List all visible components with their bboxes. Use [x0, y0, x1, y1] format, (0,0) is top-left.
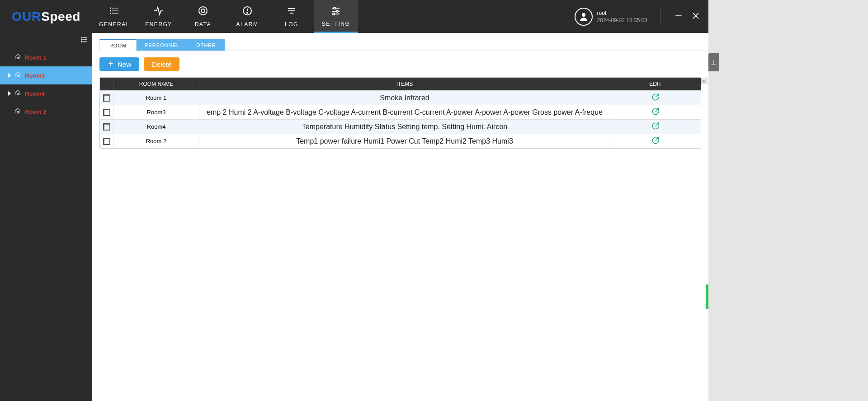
th-edit: EDIT: [610, 78, 701, 90]
home-icon: [14, 53, 21, 62]
user-info: root 2024-09-02 15:35:08: [597, 10, 647, 23]
topbar: OURSpeed GENERAL ENERGY DATA: [0, 0, 708, 33]
th-room-name: ROOM NAME: [113, 78, 199, 90]
right-handle[interactable]: [706, 284, 708, 309]
svg-point-29: [81, 42, 82, 42]
nav-tabs: GENERAL ENERGY DATA ALARM: [92, 0, 358, 33]
spacer: [358, 0, 575, 33]
chevron-right-icon: [8, 73, 11, 78]
new-button[interactable]: New: [99, 57, 139, 71]
brand-part2: Speed: [41, 9, 80, 24]
room-name: Room 1: [25, 54, 47, 61]
plus-icon: [108, 61, 114, 68]
delete-button[interactable]: Delete: [144, 57, 179, 71]
rooms-table: ROOM NAME ITEMS EDIT Room 1 Smoke Infrar…: [99, 77, 701, 149]
main-content: ROOM PERSONNEL OTHER New Delete ROOM NAM…: [92, 33, 708, 401]
app-window: OURSpeed GENERAL ENERGY DATA: [0, 0, 708, 401]
nav-data[interactable]: DATA: [181, 0, 225, 33]
tab-other[interactable]: OTHER: [188, 39, 225, 51]
tab-personnel[interactable]: PERSONNEL: [136, 39, 188, 51]
side-tool-icon[interactable]: ⊥: [708, 53, 719, 71]
room-name: Room3: [25, 72, 45, 79]
nav-log[interactable]: LOG: [269, 0, 314, 33]
brand-part1: OUR: [12, 9, 41, 24]
cell-room-name: Room4: [113, 120, 199, 134]
edit-icon[interactable]: [651, 136, 660, 146]
delete-label: Delete: [152, 61, 171, 68]
nav-alarm[interactable]: ALARM: [225, 0, 269, 33]
svg-point-7: [201, 9, 205, 13]
activity-icon: [153, 5, 164, 18]
svg-point-20: [582, 13, 585, 17]
row-checkbox[interactable]: [103, 138, 110, 145]
avatar: [575, 8, 593, 26]
cell-items: emp 2 Humi 2 A-voltage B-voltage C-volta…: [199, 105, 610, 119]
row-checkbox[interactable]: [103, 94, 110, 102]
sliders-icon: [330, 5, 341, 17]
table-row: Room 1 Smoke Infrared: [100, 90, 701, 105]
close-icon[interactable]: [691, 11, 700, 22]
edit-icon[interactable]: [651, 122, 660, 131]
nav-energy[interactable]: ENERGY: [137, 0, 181, 33]
tab-label: ROOM: [109, 43, 127, 48]
svg-point-27: [81, 37, 82, 38]
room-list: Room 1 Room3 Room4 Room 2: [0, 48, 92, 121]
sidebar-item-room1[interactable]: Room 1: [0, 48, 92, 66]
row-checkbox[interactable]: [103, 123, 110, 131]
table-row: Room4 Temperature Humidity Status Settin…: [100, 119, 701, 134]
cell-items: Temperature Humidity Status Setting temp…: [199, 120, 610, 134]
separator: [660, 8, 660, 25]
home-icon: [14, 89, 21, 98]
action-bar: New Delete: [92, 51, 708, 77]
user-box[interactable]: root 2024-09-02 15:35:08: [575, 0, 655, 33]
cell-items: Temp1 power failure Humi1 Power Cut Temp…: [199, 134, 610, 148]
sidebar-item-room2[interactable]: Room 2: [0, 103, 92, 121]
table-row: Room3 emp 2 Humi 2 A-voltage B-voltage C…: [100, 105, 701, 119]
tab-label: OTHER: [196, 42, 216, 48]
tab-room[interactable]: ROOM: [99, 39, 137, 51]
edit-icon[interactable]: [651, 107, 660, 117]
edit-icon[interactable]: [651, 93, 660, 103]
cell-room-name: Room 1: [113, 91, 199, 105]
cell-room-name: Room 2: [113, 134, 199, 148]
nav-label: GENERAL: [99, 21, 130, 28]
sidebar: Room 1 Room3 Room4 Room 2: [0, 33, 92, 401]
nav-setting[interactable]: SETTING: [314, 0, 358, 33]
nav-label: ENERGY: [145, 21, 172, 28]
sidebar-toggle-icon[interactable]: [80, 36, 89, 46]
row-checkbox[interactable]: [103, 109, 110, 116]
table-wrap: ROOM NAME ITEMS EDIT Room 1 Smoke Infrar…: [92, 77, 708, 401]
user-time: 2024-09-02 15:35:08: [597, 17, 647, 23]
sidebar-item-room3[interactable]: Room3: [0, 66, 92, 84]
cell-room-name: Room3: [113, 105, 199, 119]
svg-point-3: [110, 8, 111, 9]
th-items: ITEMS: [199, 78, 610, 90]
chevron-right-icon: [8, 91, 11, 96]
table-header: ROOM NAME ITEMS EDIT: [100, 78, 701, 90]
lines-icon: [286, 5, 297, 18]
tabs: ROOM PERSONNEL OTHER: [92, 33, 708, 51]
room-name: Room4: [25, 90, 45, 97]
svg-point-19: [333, 13, 335, 15]
sidebar-item-room4[interactable]: Room4: [0, 84, 92, 103]
room-name: Room 2: [25, 108, 47, 115]
nav-label: DATA: [195, 21, 211, 28]
user-name: root: [597, 10, 647, 16]
svg-point-6: [199, 7, 207, 15]
home-icon: [14, 71, 21, 80]
nav-label: ALARM: [236, 21, 259, 28]
svg-point-28: [81, 39, 82, 40]
new-label: New: [118, 61, 131, 68]
brand-logo: OURSpeed: [0, 0, 92, 33]
nav-general[interactable]: GENERAL: [92, 0, 137, 33]
th-checkbox: [100, 78, 113, 90]
nav-label: SETTING: [322, 21, 350, 27]
table-row: Room 2 Temp1 power failure Humi1 Power C…: [100, 134, 701, 148]
scroll-up-icon[interactable]: [701, 78, 707, 84]
alert-icon: [242, 5, 253, 18]
body: Room 1 Room3 Room4 Room 2: [0, 33, 708, 401]
list-icon: [109, 5, 120, 18]
minimize-icon[interactable]: [674, 11, 683, 22]
window-controls: [666, 0, 708, 33]
target-icon: [198, 5, 208, 18]
